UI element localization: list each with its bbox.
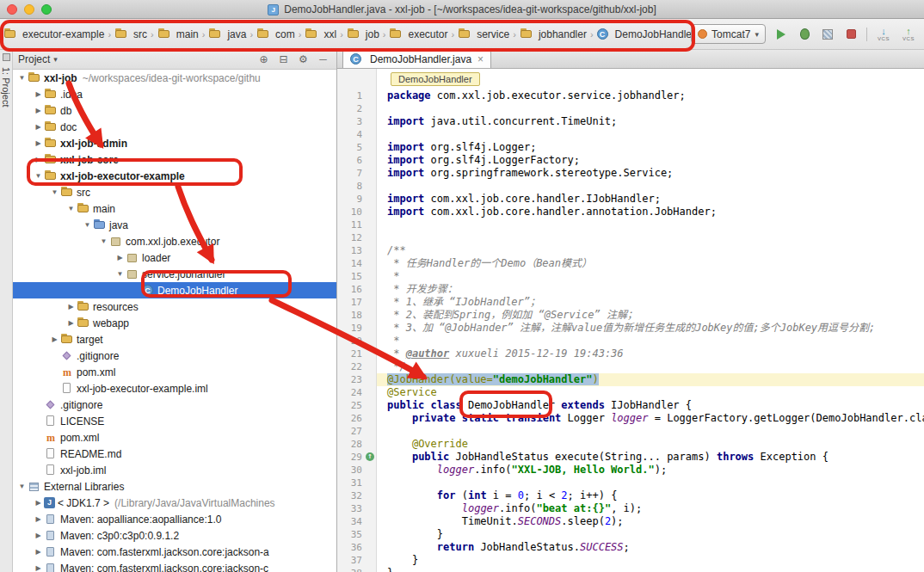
- twisty-closed-icon[interactable]: ▶: [65, 303, 77, 311]
- twisty-closed-icon[interactable]: ▶: [33, 90, 44, 98]
- code-line[interactable]: import com.xxl.job.core.handler.IJobHand…: [387, 193, 924, 206]
- code-line[interactable]: import java.util.concurrent.TimeUnit;: [387, 115, 924, 128]
- breadcrumb-item-service[interactable]: service: [456, 27, 511, 42]
- breadcrumb-item-src[interactable]: src: [113, 27, 149, 42]
- tree-item-com-xxl-job-executor[interactable]: ▼com.xxl.job.executor: [13, 233, 336, 249]
- code-area[interactable]: package com.xxl.job.executor.service.job…: [377, 69, 924, 572]
- settings-gear-icon[interactable]: ⚙: [295, 53, 311, 65]
- code-line[interactable]: public JobHandleStatus execute(String...…: [387, 451, 924, 464]
- breadcrumb-item-xxl[interactable]: xxl: [303, 27, 338, 42]
- code-line[interactable]: return JobHandleStatus.SUCCESS;: [387, 541, 924, 554]
- twisty-open-icon[interactable]: ▼: [114, 270, 126, 278]
- twisty-closed-icon[interactable]: ▶: [49, 335, 60, 343]
- code-line[interactable]: import org.springframework.stereotype.Se…: [387, 167, 924, 180]
- code-line[interactable]: [387, 477, 924, 489]
- twisty-open-icon[interactable]: ▼: [16, 483, 28, 490]
- twisty-open-icon[interactable]: ▼: [16, 74, 28, 82]
- code-line[interactable]: */: [387, 360, 924, 373]
- zoom-window-button[interactable]: [41, 4, 52, 15]
- twisty-closed-icon[interactable]: ▶: [33, 107, 44, 114]
- minimize-window-button[interactable]: [24, 4, 34, 15]
- code-line[interactable]: *: [387, 270, 924, 283]
- code-line[interactable]: logger.info("XXL-JOB, Hello World.");: [387, 464, 924, 477]
- code-line[interactable]: [387, 425, 924, 438]
- tree-item-loader[interactable]: ▶loader: [13, 249, 336, 266]
- tree-item-maven-c3p0-c3p0-0-9-1-2[interactable]: ▶Maven: c3p0:c3p0:0.9.1.2: [13, 527, 336, 544]
- twisty-open-icon[interactable]: ▼: [49, 188, 60, 196]
- twisty-open-icon[interactable]: ▼: [98, 237, 109, 245]
- code-line[interactable]: [387, 102, 924, 115]
- twisty-closed-icon[interactable]: ▶: [33, 499, 44, 507]
- tree-item-external-libraries[interactable]: ▼External Libraries: [13, 478, 336, 495]
- vcs-commit-button[interactable]: ↑ VCS: [900, 27, 917, 42]
- code-line[interactable]: *: [387, 335, 924, 348]
- code-line[interactable]: [387, 231, 924, 244]
- code-line[interactable]: import com.xxl.job.core.handler.annotati…: [387, 206, 924, 218]
- twisty-closed-icon[interactable]: ▶: [33, 564, 44, 572]
- code-line[interactable]: import org.slf4j.LoggerFactory;: [387, 154, 924, 167]
- coverage-button[interactable]: [820, 27, 835, 42]
- code-line[interactable]: }: [387, 567, 924, 572]
- chevron-down-icon[interactable]: ▾: [53, 55, 58, 64]
- twisty-closed-icon[interactable]: ▶: [33, 532, 44, 539]
- tree-item-pom-xml[interactable]: mpom.xml: [13, 429, 336, 446]
- tree-item-src[interactable]: ▼src: [13, 184, 336, 200]
- close-tab-icon[interactable]: ×: [477, 53, 484, 65]
- tree-item-xxl-job-admin[interactable]: ▶xxl-job-admin: [13, 135, 336, 151]
- code-line[interactable]: * 3、加 “@JobHander” 注解，注解value值为新增任务生成的Jo…: [387, 322, 924, 335]
- tree-item-main[interactable]: ▼main: [13, 200, 336, 217]
- code-line[interactable]: [387, 180, 924, 193]
- vcs-update-button[interactable]: ↓ VCS: [875, 27, 892, 42]
- tree-item-xxl-job-executor-example-iml[interactable]: xxl-job-executor-example.iml: [13, 380, 336, 397]
- tree-item-maven-aopalliance-aopalliance-1-0[interactable]: ▶Maven: aopalliance:aopalliance:1.0: [13, 511, 336, 527]
- tree-item-xxl-job-core[interactable]: ▶xxl-job-core: [13, 151, 336, 168]
- twisty-closed-icon[interactable]: ▶: [33, 123, 44, 131]
- override-gutter-icon[interactable]: ↑: [366, 452, 374, 461]
- tree-item-gitignore[interactable]: .gitignore: [13, 397, 336, 413]
- code-line[interactable]: @JobHander(value="demoJobHandler"): [377, 373, 924, 386]
- tree-item-maven-com-fasterxml-jackson-core-jackson-c[interactable]: ▶Maven: com.fasterxml.jackson.core:jacks…: [13, 560, 336, 572]
- tree-item-license[interactable]: LICENSE: [13, 413, 336, 429]
- debug-button[interactable]: [797, 27, 812, 42]
- tree-item-maven-com-fasterxml-jackson-core-jackson-a[interactable]: ▶Maven: com.fasterxml.jackson.core:jacks…: [13, 544, 336, 560]
- run-config-selector[interactable]: Tomcat7 ▾: [691, 24, 766, 44]
- code-line[interactable]: * 2、装配到Spring，例如加 “@Service” 注解；: [387, 309, 924, 322]
- breadcrumb-item-java[interactable]: java: [206, 27, 248, 42]
- code-line[interactable]: }: [387, 528, 924, 541]
- tree-item-resources[interactable]: ▶resources: [13, 298, 336, 315]
- collapse-all-icon[interactable]: ⊟: [275, 53, 292, 65]
- breadcrumb-item-demojobhandler[interactable]: CDemoJobHandler: [595, 27, 692, 42]
- tree-item-service-jobhandler[interactable]: ▼service.jobhandler: [13, 266, 336, 282]
- stop-button[interactable]: [843, 27, 859, 42]
- code-line[interactable]: /**: [387, 244, 924, 257]
- breadcrumb-item-executor-example[interactable]: executor-example: [2, 27, 106, 42]
- twisty-closed-icon[interactable]: ▶: [33, 139, 44, 147]
- tree-item-demojobhandler[interactable]: CDemoJobHandler: [13, 282, 336, 298]
- tree-item-xxl-job-executor-example[interactable]: ▼xxl-job-executor-example: [13, 168, 336, 184]
- twisty-closed-icon[interactable]: ▶: [114, 254, 126, 261]
- code-line[interactable]: logger.info("beat at:{}", i);: [387, 502, 924, 515]
- close-window-button[interactable]: [7, 4, 17, 15]
- tree-item-java[interactable]: ▼java: [13, 217, 336, 233]
- tree-item-target[interactable]: ▶target: [13, 331, 336, 348]
- twisty-open-icon[interactable]: ▼: [82, 221, 93, 229]
- tree-item-doc[interactable]: ▶doc: [13, 119, 336, 135]
- tree-item-pom-xml[interactable]: mpom.xml: [13, 364, 336, 380]
- twisty-open-icon[interactable]: ▼: [65, 205, 77, 212]
- twisty-closed-icon[interactable]: ▶: [33, 156, 44, 163]
- tool-window-icon[interactable]: [3, 53, 10, 61]
- code-line[interactable]: * @author xuxueli 2015-12-19 19:43:36: [387, 348, 924, 360]
- code-line[interactable]: * 1、继承 “IJobHandler”；: [387, 296, 924, 309]
- code-line[interactable]: public class DemoJobHandler extends IJob…: [387, 399, 924, 412]
- tree-item-xxl-job[interactable]: ▼xxl-job~/workspaces/idea-git-workspace/…: [13, 70, 336, 86]
- tree-item-xxl-job-iml[interactable]: xxl-job.iml: [13, 462, 336, 478]
- code-line[interactable]: }: [387, 554, 924, 567]
- code-line[interactable]: import org.slf4j.Logger;: [387, 141, 924, 154]
- twisty-closed-icon[interactable]: ▶: [33, 515, 44, 523]
- tree-item-webapp[interactable]: ▶webapp: [13, 315, 336, 331]
- code-line[interactable]: TimeUnit.SECONDS.sleep(2);: [387, 515, 924, 528]
- breadcrumb-item-com[interactable]: com: [255, 27, 297, 42]
- tab-demojobhandler[interactable]: C DemoJobHandler.java ×: [342, 49, 491, 68]
- project-toolwindow-button[interactable]: 1: Project: [1, 67, 11, 107]
- panel-title[interactable]: Project: [18, 53, 50, 65]
